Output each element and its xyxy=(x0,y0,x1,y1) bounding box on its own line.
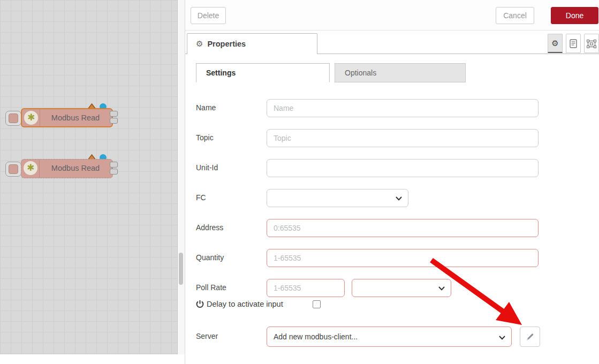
gear-icon: ⚙ xyxy=(551,39,558,48)
tab-properties[interactable]: ⚙Properties xyxy=(187,33,317,54)
description-icon xyxy=(570,39,577,48)
flow-node-modbus-read-2[interactable]: ✱ Modbus Read xyxy=(5,154,120,181)
tab-optionals[interactable]: Optionals xyxy=(335,63,466,82)
node-output-port-2[interactable] xyxy=(110,118,118,124)
appearance-tab-button[interactable] xyxy=(584,34,599,53)
flow-canvas[interactable]: ✱ Modbus Read ✱ Modbus Read xyxy=(0,0,178,354)
modbus-node-icon: ✱ xyxy=(24,111,38,125)
properties-tab-button[interactable]: ⚙ xyxy=(548,34,563,53)
modbus-node-icon: ✱ xyxy=(24,161,37,175)
appearance-icon xyxy=(587,40,596,48)
name-input[interactable] xyxy=(267,99,539,117)
unit-id-input[interactable] xyxy=(267,159,539,177)
node-output-port-1[interactable] xyxy=(110,162,118,168)
unit-id-label: Unit-Id xyxy=(196,163,218,172)
node-label: Modbus Read xyxy=(41,109,110,126)
power-icon xyxy=(196,300,204,308)
node-body[interactable]: ✱ Modbus Read xyxy=(21,108,113,127)
node-input-port-inner xyxy=(9,164,18,174)
cancel-button[interactable]: Cancel xyxy=(496,7,534,24)
delay-activate-label: Delay to activate input xyxy=(207,300,283,308)
edit-server-button[interactable] xyxy=(520,327,540,347)
poll-rate-unit-select[interactable] xyxy=(352,279,451,297)
address-label: Address xyxy=(196,223,223,232)
quantity-label: Quantity xyxy=(196,253,224,262)
server-selected-value: Add new modbus-client... xyxy=(274,332,358,341)
panel-scrollbar-track[interactable] xyxy=(178,0,185,354)
delete-button[interactable]: Delete xyxy=(191,7,226,24)
tray-header: Delete Cancel Done xyxy=(185,0,599,31)
done-button[interactable]: Done xyxy=(551,7,598,24)
node-output-port-2[interactable] xyxy=(110,169,118,175)
node-input-port[interactable] xyxy=(5,111,21,126)
node-output-port-1[interactable] xyxy=(110,111,118,117)
quantity-input[interactable] xyxy=(267,249,539,267)
tab-settings[interactable]: Settings xyxy=(196,63,330,82)
server-select[interactable]: Add new modbus-client... xyxy=(267,327,512,347)
poll-rate-label: Poll Rate xyxy=(196,283,226,292)
tab-properties-label: Properties xyxy=(207,40,246,48)
topic-label: Topic xyxy=(196,133,214,142)
chevron-down-icon xyxy=(396,196,402,201)
fc-select[interactable] xyxy=(267,189,408,207)
topic-input[interactable] xyxy=(267,129,539,147)
address-input[interactable] xyxy=(267,219,539,237)
node-icon-section: ✱ xyxy=(21,160,40,178)
panel-scrollbar-thumb[interactable] xyxy=(179,253,183,285)
flow-node-modbus-read-1[interactable]: ✱ Modbus Read xyxy=(5,103,120,130)
node-input-port-inner xyxy=(9,113,18,123)
node-edit-panel: Delete Cancel Done ⚙Properties ⚙ Setting… xyxy=(185,0,599,364)
server-label: Server xyxy=(196,332,218,340)
node-icon-section: ✱ xyxy=(22,109,40,126)
node-label: Modbus Read xyxy=(41,160,110,178)
name-label: Name xyxy=(196,103,216,112)
node-input-port[interactable] xyxy=(5,162,21,177)
chevron-down-icon xyxy=(438,286,445,291)
chevron-down-icon xyxy=(499,336,505,340)
node-body[interactable]: ✱ Modbus Read xyxy=(21,159,113,178)
delay-activate-checkbox[interactable] xyxy=(313,300,321,308)
gear-icon: ⚙ xyxy=(196,39,203,48)
fc-label: FC xyxy=(196,193,206,202)
pencil-icon xyxy=(526,332,535,342)
description-tab-button[interactable] xyxy=(566,34,581,53)
poll-rate-input[interactable] xyxy=(267,279,345,297)
